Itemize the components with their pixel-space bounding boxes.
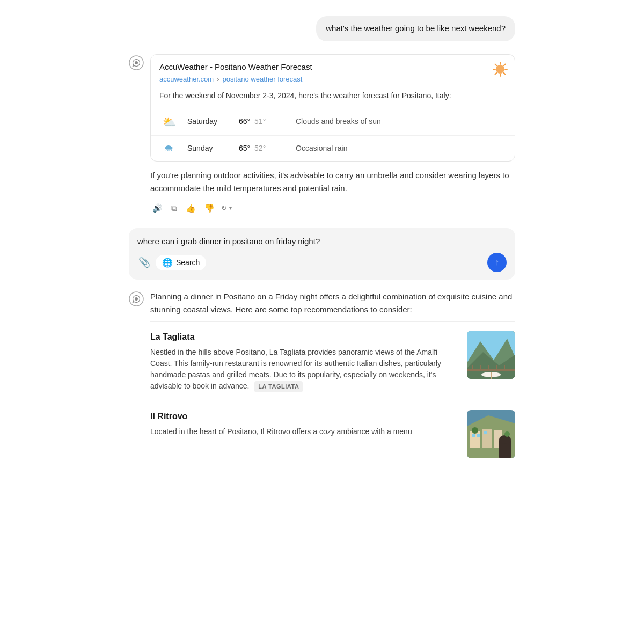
attach-button[interactable]: 📎 bbox=[137, 255, 151, 269]
restaurant-tagliata-name: La Tagliata bbox=[150, 331, 458, 343]
svg-point-2 bbox=[496, 65, 504, 74]
assistant-avatar-1 bbox=[129, 55, 144, 70]
input-left-controls: 📎 🌐 Search bbox=[137, 255, 206, 270]
breadcrumb-sep: › bbox=[217, 74, 219, 85]
attach-icon: 📎 bbox=[138, 257, 150, 268]
regen-chevron: ▾ bbox=[229, 205, 232, 211]
sunday-icon: 🌧 bbox=[159, 141, 179, 156]
restaurant-ritrovo-img bbox=[467, 410, 515, 458]
restaurant-ritrovo-desc: Located in the heart of Positano, Il Rit… bbox=[150, 426, 458, 437]
saturday-temps: 66° 51° bbox=[239, 116, 287, 127]
breadcrumb-page: positano weather forecast bbox=[223, 74, 303, 85]
weather-advice: If you're planning outdoor activities, i… bbox=[150, 169, 515, 195]
svg-point-12 bbox=[135, 297, 138, 301]
svg-point-35 bbox=[504, 431, 510, 437]
weather-intro: For the weekend of November 2-3, 2024, h… bbox=[151, 87, 515, 108]
svg-rect-30 bbox=[477, 434, 480, 437]
copy-button[interactable]: ⧉ bbox=[169, 201, 179, 215]
assistant-content-1: AccuWeather - Positano Weather Forecast … bbox=[150, 54, 515, 215]
user-bubble-1: what's the weather going to be like next… bbox=[316, 16, 515, 41]
assistant-message-1: AccuWeather - Positano Weather Forecast … bbox=[129, 54, 515, 215]
svg-rect-31 bbox=[484, 431, 487, 434]
speaker-button[interactable]: 🔊 bbox=[150, 201, 165, 215]
search-label: Search bbox=[176, 258, 200, 267]
assistant-message-2: Planning a dinner in Positano on a Frida… bbox=[129, 290, 515, 467]
saturday-day: Saturday bbox=[187, 116, 230, 127]
restaurant-ritrovo-name: Il Ritrovo bbox=[150, 410, 458, 423]
sunday-temps: 65° 52° bbox=[239, 143, 287, 154]
restaurant-tagliata-desc: Nestled in the hills above Positano, La … bbox=[150, 347, 458, 392]
thumbsup-button[interactable]: 👍 bbox=[184, 201, 198, 215]
regenerate-button[interactable]: ↻ ▾ bbox=[221, 204, 232, 212]
weather-site-title: AccuWeather - Positano Weather Forecast bbox=[159, 61, 506, 74]
weather-row-sunday: 🌧 Sunday 65° 52° Occasional rain bbox=[151, 135, 515, 161]
send-button[interactable]: ↑ bbox=[487, 253, 507, 272]
svg-rect-29 bbox=[472, 434, 475, 437]
input-footer: 📎 🌐 Search ↑ bbox=[137, 253, 507, 272]
thumbsdown-button[interactable]: 👎 bbox=[202, 201, 217, 215]
sunday-low: 52° bbox=[254, 144, 266, 152]
saturday-desc: Clouds and breaks of sun bbox=[296, 116, 381, 127]
svg-line-9 bbox=[504, 64, 506, 65]
restaurant-item-tagliata: La Tagliata Nestled in the hills above P… bbox=[150, 321, 515, 401]
restaurant-tagliata-img bbox=[467, 331, 515, 379]
saturday-icon: ⛅ bbox=[159, 114, 179, 130]
saturday-high: 66° bbox=[239, 117, 250, 126]
svg-point-33 bbox=[499, 435, 511, 444]
speaker-icon: 🔊 bbox=[152, 203, 163, 213]
thumbsdown-icon: 👎 bbox=[204, 203, 215, 213]
thumbsup-icon: 👍 bbox=[186, 203, 196, 213]
send-icon: ↑ bbox=[495, 258, 499, 267]
restaurant-tagliata-tag: LA TAGLIATA bbox=[254, 381, 303, 392]
svg-rect-16 bbox=[467, 369, 515, 371]
copy-icon: ⧉ bbox=[171, 203, 177, 213]
weather-row-saturday: ⛅ Saturday 66° 51° Clouds and breaks of … bbox=[151, 108, 515, 135]
user-text-1: what's the weather going to be like next… bbox=[326, 24, 506, 33]
weather-card-header: AccuWeather - Positano Weather Forecast … bbox=[151, 55, 515, 87]
svg-line-8 bbox=[504, 72, 506, 74]
sunday-desc: Occasional rain bbox=[296, 143, 348, 154]
svg-line-10 bbox=[495, 72, 497, 74]
svg-line-7 bbox=[495, 64, 497, 65]
search-button[interactable]: 🌐 Search bbox=[156, 255, 206, 270]
svg-point-1 bbox=[135, 61, 138, 64]
sunday-day: Sunday bbox=[187, 143, 230, 154]
sun-decoration bbox=[492, 61, 509, 78]
dinner-intro: Planning a dinner in Positano on a Frida… bbox=[150, 290, 515, 316]
restaurant-ritrovo-info: Il Ritrovo Located in the heart of Posit… bbox=[150, 410, 458, 437]
user-message-1: what's the weather going to be like next… bbox=[129, 16, 515, 41]
input-text[interactable]: where can i grab dinner in positano on f… bbox=[137, 236, 507, 248]
restaurant-section: La Tagliata Nestled in the hills above P… bbox=[150, 321, 515, 467]
weather-card: AccuWeather - Positano Weather Forecast … bbox=[150, 54, 515, 162]
regen-icon: ↻ bbox=[221, 204, 227, 212]
assistant-avatar-2 bbox=[129, 291, 144, 306]
svg-point-34 bbox=[472, 427, 478, 434]
weather-breadcrumb[interactable]: accuweather.com › positano weather forec… bbox=[159, 74, 506, 85]
breadcrumb-domain: accuweather.com bbox=[159, 74, 214, 85]
globe-icon: 🌐 bbox=[162, 258, 173, 268]
restaurant-tagliata-info: La Tagliata Nestled in the hills above P… bbox=[150, 331, 458, 392]
action-bar-1: 🔊 ⧉ 👍 👎 ↻ ▾ bbox=[150, 201, 515, 215]
assistant-content-2: Planning a dinner in Positano on a Frida… bbox=[150, 290, 515, 467]
sunday-high: 65° bbox=[239, 144, 250, 152]
input-area[interactable]: where can i grab dinner in positano on f… bbox=[129, 228, 515, 280]
restaurant-item-ritrovo: Il Ritrovo Located in the heart of Posit… bbox=[150, 401, 515, 467]
saturday-low: 51° bbox=[254, 117, 266, 126]
